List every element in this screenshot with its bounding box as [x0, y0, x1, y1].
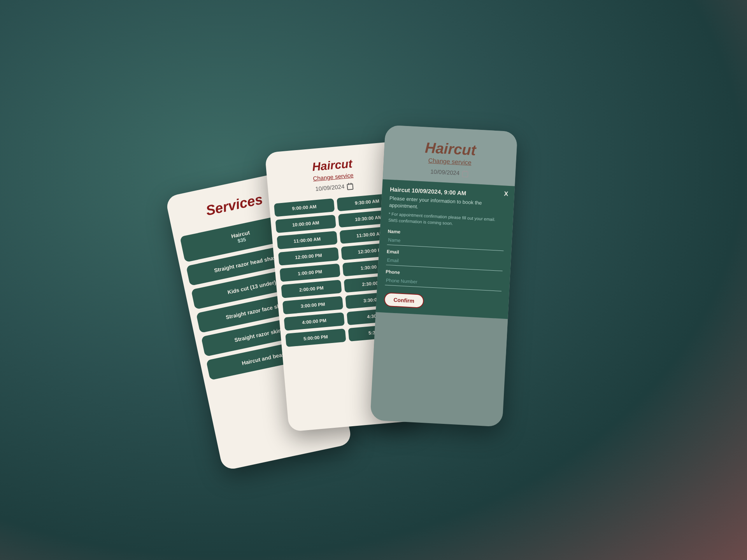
services-title: Services	[204, 191, 264, 219]
times-service-title: Haircut	[312, 157, 353, 173]
booking-service-title: Haircut	[424, 139, 476, 158]
name-form-group: Name	[387, 229, 505, 251]
time-slot-6[interactable]: 12:00:00 PM	[278, 247, 339, 266]
booking-body: X Haircut 10/09/2024, 9:00 AM Please ent…	[376, 179, 515, 319]
time-slot-14[interactable]: 4:00:00 PM	[284, 312, 345, 331]
time-slot-4[interactable]: 11:00:00 AM	[277, 231, 337, 249]
booking-calendar-icon[interactable]	[462, 171, 468, 177]
confirm-button[interactable]: Confirm	[384, 292, 424, 308]
booking-card: Haircut Change service 10/09/2024 X Hair…	[370, 125, 517, 427]
time-slot-0[interactable]: 9:00:00 AM	[274, 198, 335, 217]
phone-form-group: Phone	[385, 269, 502, 292]
booking-footer	[373, 312, 508, 370]
time-slot-8[interactable]: 1:00:00 PM	[280, 264, 340, 282]
time-slot-10[interactable]: 2:00:00 PM	[281, 280, 342, 298]
booking-close-button[interactable]: X	[504, 190, 509, 198]
time-slot-2[interactable]: 10:00:00 AM	[275, 215, 336, 233]
time-slot-12[interactable]: 3:00:00 PM	[282, 296, 343, 314]
booking-header: Haircut Change service 10/09/2024	[383, 125, 518, 186]
booking-date-value: 10/09/2024	[430, 168, 460, 176]
email-form-group: Email	[386, 249, 503, 271]
booking-change-service-link[interactable]: Change service	[393, 155, 507, 168]
times-date-value: 10/09/2024	[315, 183, 345, 192]
time-slot-16[interactable]: 5:00:00 PM	[285, 329, 346, 347]
booking-date-row: 10/09/2024	[393, 166, 506, 178]
times-calendar-icon[interactable]	[347, 183, 353, 190]
